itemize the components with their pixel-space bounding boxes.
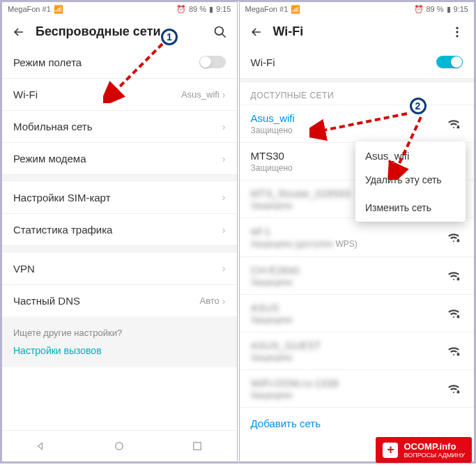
- alarm-icon: ⏰: [414, 5, 424, 14]
- label: Настройки SIM-карт: [13, 192, 111, 204]
- alarm-icon: ⏰: [176, 5, 186, 14]
- search-icon[interactable]: [213, 25, 227, 39]
- chevron-right-icon: ›: [222, 121, 226, 132]
- watermark-sub: ВОПРОСЫ АДМИНУ: [404, 452, 465, 459]
- item-sim-settings[interactable]: Настройки SIM-карт ›: [2, 181, 237, 213]
- annotation-arrow-2b: [379, 114, 435, 180]
- hint-title: Ищете другие настройки?: [13, 328, 226, 338]
- clock: 9:15: [216, 5, 231, 13]
- wifi-master-toggle[interactable]: Wi-Fi: [240, 46, 475, 78]
- label: Статистика трафика: [13, 224, 112, 236]
- signal-icon: 📶: [291, 5, 300, 14]
- more-icon[interactable]: [450, 25, 464, 39]
- label: Мобильная сеть: [13, 121, 93, 132]
- wifi-signal-icon: [446, 381, 463, 397]
- label: Wi-Fi: [251, 56, 275, 68]
- wifi-sub: Защищено: [251, 277, 447, 287]
- wifi-network-item[interactable]: wf-1 Защищено (доступно WPS): [240, 217, 475, 257]
- chevron-right-icon: ›: [222, 192, 226, 203]
- wifi-network-item[interactable]: CH-E2840 Защищено: [240, 257, 475, 294]
- watermark: + OCOMP.info ВОПРОСЫ АДМИНУ: [376, 437, 472, 463]
- ctx-modify-network[interactable]: Изменить сеть: [355, 194, 466, 222]
- value: Asus_wifi: [181, 89, 220, 100]
- wifi-network-item[interactable]: ASUS_GUEST Защищено: [240, 332, 475, 369]
- wifi-name: CH-E2840: [251, 264, 447, 276]
- label: VPN: [13, 263, 35, 275]
- clock: 9:15: [454, 5, 468, 13]
- svg-line-3: [114, 44, 162, 93]
- carrier-label: MegaFon #1: [245, 5, 289, 13]
- item-mobile-network[interactable]: Мобильная сеть ›: [2, 110, 237, 142]
- wifi-sub: Защищено: [251, 315, 447, 325]
- chevron-right-icon: ›: [222, 263, 226, 274]
- wifi-signal-icon: [446, 305, 463, 322]
- chevron-right-icon: ›: [222, 89, 226, 100]
- wifi-signal-icon: [446, 268, 463, 284]
- wifi-sub: Защищено: [251, 390, 447, 400]
- back-icon[interactable]: [249, 25, 263, 39]
- annotation-badge-2: 2: [410, 98, 427, 114]
- svg-rect-2: [194, 443, 201, 450]
- annotation-arrow-1: [103, 40, 169, 103]
- wifi-network-item[interactable]: ASUS Защищено: [240, 294, 475, 332]
- svg-point-1: [116, 443, 123, 450]
- back-icon[interactable]: [12, 25, 26, 39]
- wifi-network-item[interactable]: WiFi-DOM.ru-1338 Защищено: [240, 369, 475, 407]
- nav-bar: [2, 430, 237, 461]
- svg-point-0: [215, 26, 223, 35]
- wifi-sub: Защищено: [251, 353, 447, 362]
- toggle-off[interactable]: [199, 56, 226, 68]
- page-title: Беспроводные сети: [36, 24, 204, 39]
- hint-link[interactable]: Настройки вызовов: [13, 345, 226, 356]
- item-vpn[interactable]: VPN ›: [2, 252, 237, 284]
- svg-line-16: [397, 117, 421, 169]
- nav-home-icon[interactable]: [111, 438, 128, 454]
- battery-icon: ▮: [209, 5, 213, 14]
- item-modem-mode[interactable]: Режим модема ›: [2, 142, 237, 174]
- wifi-name: ASUS: [251, 302, 447, 314]
- phone-screen-2: MegaFon #1 📶 ⏰ 89 % ▮ 9:15 Wi-Fi Wi-Fi: [239, 1, 475, 462]
- chevron-right-icon: ›: [222, 153, 226, 164]
- watermark-main: OCOMP.info: [404, 441, 456, 452]
- toggle-on[interactable]: [436, 56, 463, 68]
- item-private-dns[interactable]: Частный DNS Авто›: [2, 284, 237, 316]
- label: Wi-Fi: [13, 89, 38, 100]
- wifi-name: ASUS_GUEST: [251, 339, 447, 351]
- chevron-right-icon: ›: [222, 296, 226, 307]
- status-bar: MegaFon #1 📶 ⏰ 89 % ▮ 9:15: [2, 2, 237, 16]
- battery-pct: 89 %: [427, 5, 444, 13]
- label: Частный DNS: [13, 295, 80, 307]
- nav-back-icon[interactable]: [33, 438, 49, 454]
- section-header: ДОСТУПНЫЕ СЕТИ: [240, 82, 475, 105]
- item-traffic-stats[interactable]: Статистика трафика ›: [2, 213, 237, 245]
- carrier-label: MegaFon #1: [8, 5, 51, 13]
- svg-point-4: [456, 26, 458, 29]
- label: Режим модема: [13, 153, 86, 164]
- svg-point-5: [456, 31, 458, 33]
- phone-screen-1: MegaFon #1 📶 ⏰ 89 % ▮ 9:15 Беспроводные …: [1, 1, 238, 462]
- battery-icon: ▮: [447, 5, 451, 14]
- wifi-name: WiFi-DOM.ru-1338: [251, 377, 447, 389]
- add-network-link[interactable]: Добавить сеть: [240, 407, 475, 439]
- page-title: Wi-Fi: [273, 24, 441, 39]
- cross-icon: +: [383, 443, 398, 458]
- hint-box: Ищете другие настройки? Настройки вызово…: [2, 316, 237, 367]
- page-header: Wi-Fi: [240, 16, 475, 46]
- nav-recent-icon[interactable]: [189, 438, 206, 454]
- wifi-signal-icon: [446, 343, 463, 360]
- battery-pct: 89 %: [189, 5, 206, 13]
- svg-point-6: [456, 35, 458, 37]
- value: Авто: [199, 296, 219, 306]
- chevron-right-icon: ›: [222, 224, 226, 236]
- wifi-name: wf-1: [251, 225, 447, 237]
- wifi-signal-icon: [446, 116, 463, 132]
- signal-icon: 📶: [54, 5, 63, 14]
- wifi-signal-icon: [446, 229, 463, 246]
- label: Режим полета: [13, 56, 82, 68]
- annotation-badge-1: 1: [161, 29, 178, 45]
- status-bar: MegaFon #1 📶 ⏰ 89 % ▮ 9:15: [240, 2, 475, 16]
